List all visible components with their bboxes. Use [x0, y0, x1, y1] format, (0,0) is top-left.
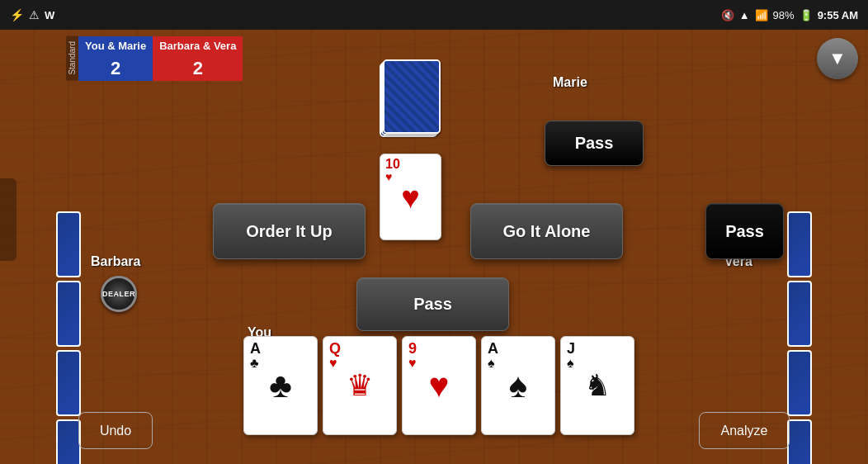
word-icon: W: [45, 9, 54, 21]
player-label-barbara: Barbara: [91, 254, 140, 269]
status-bar: ⚡ ⚠ W 🔇 ▲ 📶 98% 🔋 9:55 AM: [0, 0, 868, 30]
status-right-info: 🔇 ▲ 📶 98% 🔋 9:55 AM: [721, 9, 858, 21]
vera-card-4: [787, 419, 812, 464]
team1-score: You & Marie 2: [78, 36, 153, 81]
team2-name: Barbara & Vera: [153, 36, 243, 56]
card-center: ♞: [584, 371, 611, 400]
card-suit: ♣: [250, 357, 259, 370]
order-it-up-button[interactable]: Order It Up: [213, 203, 366, 259]
team2-score: Barbara & Vera 2: [153, 36, 243, 81]
card-center: ♛: [347, 371, 373, 400]
card-rank: 10: [385, 158, 400, 171]
mute-icon: 🔇: [721, 9, 734, 21]
usb-icon: ⚡: [10, 8, 24, 21]
hand-card-jack-spades[interactable]: J ♠ ♞: [560, 336, 634, 435]
card-center: ♠: [509, 368, 527, 403]
barbara-card-1: [56, 211, 81, 277]
clock: 9:55 AM: [818, 9, 858, 21]
vera-cards: [787, 211, 812, 464]
team1-name: You & Marie: [78, 36, 153, 56]
pass-center-button[interactable]: Pass: [356, 277, 509, 331]
go-it-alone-button[interactable]: Go It Alone: [470, 203, 623, 259]
settings-button[interactable]: ▼: [817, 38, 858, 79]
game-area: Standard You & Marie 2 Barbara & Vera 2 …: [0, 30, 868, 464]
dealer-chip: DEALER: [101, 276, 137, 312]
hand-card-queen-hearts[interactable]: Q ♥ ♛: [323, 336, 397, 435]
battery-icon: 🔋: [800, 9, 813, 21]
card-center-suit: ♥: [401, 182, 420, 213]
team2-value: 2: [153, 56, 243, 81]
score-label: Standard: [66, 36, 78, 81]
scoreboard: Standard You & Marie 2 Barbara & Vera 2: [66, 36, 243, 81]
signal-icon: 📶: [755, 9, 768, 21]
analyze-button[interactable]: Analyze: [699, 412, 790, 449]
hand-card-ace-clubs[interactable]: A ♣ ♣: [243, 336, 318, 435]
barbara-cards: [56, 211, 81, 464]
warning-icon: ⚠: [29, 8, 40, 21]
card-suit: ♠: [567, 357, 574, 370]
card-center: ♥: [429, 368, 450, 403]
barbara-card-2: [56, 281, 81, 347]
vera-card-3: [787, 350, 812, 416]
chevron-down-icon: ▼: [828, 50, 847, 68]
card-rank: J: [567, 341, 575, 356]
barbara-card-4: [56, 419, 81, 464]
wifi-icon: ▲: [739, 9, 750, 21]
card-rank: Q: [329, 341, 341, 356]
deck-card-1: [383, 59, 441, 134]
card-center: ♣: [269, 368, 292, 403]
battery-value: 98%: [773, 9, 795, 21]
hand-card-ace-spades[interactable]: A ♠ ♠: [481, 336, 555, 435]
vera-card-2: [787, 281, 812, 347]
status-left-icons: ⚡ ⚠ W: [10, 8, 54, 21]
pass-right-button[interactable]: Pass: [705, 203, 784, 259]
deck: [380, 63, 441, 141]
undo-button[interactable]: Undo: [78, 412, 153, 449]
hand-card-9-hearts[interactable]: 9 ♥ ♥: [402, 336, 476, 435]
barbara-card-3: [56, 350, 81, 416]
card-suit: ♠: [488, 357, 495, 370]
vera-card-1: [787, 211, 812, 277]
card-rank: A: [250, 341, 261, 356]
team1-value: 2: [78, 56, 153, 81]
left-edge-handle: [0, 178, 17, 261]
card-rank: A: [488, 341, 498, 356]
card-suit: ♥: [329, 357, 337, 370]
card-suit: ♥: [408, 357, 417, 370]
player-label-marie: Marie: [553, 75, 587, 90]
card-rank: 9: [408, 341, 417, 356]
marie-pass-button[interactable]: Pass: [545, 121, 644, 166]
player-hand: A ♣ ♣ Q ♥ ♛ 9 ♥ ♥ A ♠ ♠ J ♠ ♞: [243, 336, 634, 435]
card-suit-top: ♥: [385, 171, 392, 182]
center-card: 10 ♥ ♥: [380, 154, 441, 240]
